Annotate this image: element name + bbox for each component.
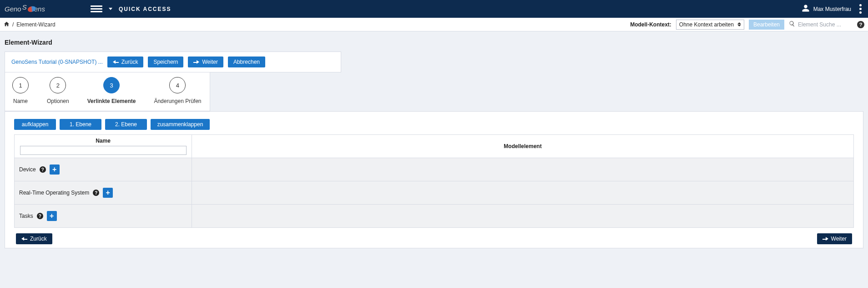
user-name: Max Musterfrau <box>813 6 851 12</box>
arrow-left-icon <box>21 236 27 242</box>
sub-toolbar: / Element-Wizard Modell-Kontext: Ohne Ko… <box>0 18 868 31</box>
linked-elements-panel: aufklappen 1. Ebene 2. Ebene zusammenkla… <box>5 111 863 248</box>
edit-button[interactable]: Bearbeiten <box>749 20 784 30</box>
footer-back-button[interactable]: Zurück <box>16 233 52 244</box>
help-badge-icon[interactable]: ? <box>37 213 43 219</box>
user-icon <box>802 4 810 14</box>
breadcrumb-current: Element-Wizard <box>16 21 55 28</box>
step-label: Änderungen Prüfen <box>154 98 201 104</box>
page-title: Element-Wizard <box>5 39 863 46</box>
quick-access-label[interactable]: QUICK ACCESS <box>119 6 172 12</box>
navbar-left: GenoSens QUICK ACCESS <box>5 3 171 15</box>
tutorial-crumb[interactable]: GenoSens Tutorial (0-SNAPSHOT) ... <box>11 59 103 65</box>
collapse-all-button[interactable]: zusammenklappen <box>151 119 210 130</box>
help-badge-icon[interactable]: ? <box>93 190 99 196</box>
top-navbar: GenoSens QUICK ACCESS Max Musterfrau <box>0 0 868 18</box>
wizard-steps: 1 Name 2 Optionen 3 Verlinkte Elemente 4… <box>5 72 210 111</box>
chevron-down-icon[interactable] <box>109 8 112 10</box>
level2-button[interactable]: 2. Ebene <box>105 119 147 130</box>
row-label: Device <box>19 166 36 173</box>
next-button[interactable]: Weiter <box>188 57 223 67</box>
footer-next-button[interactable]: Weiter <box>817 233 852 244</box>
panel-footer: Zurück Weiter <box>14 228 854 244</box>
arrow-right-icon <box>823 236 828 242</box>
context-selected: Ohne Kontext arbeiten <box>679 21 734 28</box>
cancel-button[interactable]: Abbrechen <box>228 57 265 67</box>
app-logo: GenoSens <box>5 5 45 13</box>
arrow-right-icon <box>193 59 199 65</box>
help-badge-icon[interactable]: ? <box>40 166 46 173</box>
row-model-cell <box>192 158 854 181</box>
table-row: Tasks ? + <box>15 205 854 228</box>
step-label: Verlinkte Elemente <box>87 98 136 104</box>
back-button[interactable]: Zurück <box>107 57 144 67</box>
step-circle: 2 <box>50 77 66 93</box>
expand-all-button[interactable]: aufklappen <box>14 119 56 130</box>
step-2[interactable]: 2 Optionen <box>47 77 69 104</box>
home-icon[interactable] <box>4 21 10 28</box>
subbar-right: Modell-Kontext: Ohne Kontext arbeiten Be… <box>630 20 864 30</box>
row-model-cell <box>192 181 854 205</box>
add-link-button[interactable]: + <box>47 211 57 221</box>
breadcrumb-sep: / <box>12 21 14 28</box>
step-1[interactable]: 1 Name <box>12 77 29 104</box>
save-button[interactable]: Speichern <box>148 57 183 67</box>
name-filter-input[interactable] <box>20 146 187 155</box>
page-body: Element-Wizard GenoSens Tutorial (0-SNAP… <box>0 31 868 253</box>
col-header-name: Name <box>15 135 192 158</box>
tree-controls: aufklappen 1. Ebene 2. Ebene zusammenkla… <box>14 119 854 130</box>
search-box <box>789 21 853 28</box>
context-select[interactable]: Ohne Kontext arbeiten <box>676 20 744 30</box>
step-circle: 1 <box>12 77 29 93</box>
navbar-right: Max Musterfrau <box>802 2 863 15</box>
col-header-model: Modellelement <box>192 135 854 158</box>
step-3[interactable]: 3 Verlinkte Elemente <box>87 77 136 104</box>
arrow-left-icon <box>113 59 119 65</box>
linked-elements-table: Name Modellelement Device ? + <box>14 134 854 228</box>
menu-icon[interactable] <box>91 3 102 15</box>
context-label: Modell-Kontext: <box>630 21 671 28</box>
kebab-menu-icon[interactable] <box>858 2 863 15</box>
wizard-action-card: GenoSens Tutorial (0-SNAPSHOT) ... Zurüc… <box>5 51 341 72</box>
step-label: Optionen <box>47 98 69 104</box>
level1-button[interactable]: 1. Ebene <box>60 119 101 130</box>
add-link-button[interactable]: + <box>103 188 113 198</box>
step-circle: 3 <box>103 77 120 93</box>
search-input[interactable] <box>798 21 853 28</box>
table-row: Device ? + <box>15 158 854 181</box>
step-4[interactable]: 4 Änderungen Prüfen <box>154 77 201 104</box>
user-menu[interactable]: Max Musterfrau <box>802 4 851 14</box>
search-icon[interactable] <box>789 21 795 28</box>
step-label: Name <box>13 98 28 104</box>
table-row: Real-Time Operating System ? + <box>15 181 854 205</box>
step-circle: 4 <box>169 77 186 93</box>
breadcrumb: / Element-Wizard <box>4 21 56 28</box>
add-link-button[interactable]: + <box>50 165 60 175</box>
row-label: Tasks <box>19 213 33 219</box>
row-label: Real-Time Operating System <box>19 190 89 196</box>
select-caret-icon <box>737 22 741 26</box>
row-model-cell <box>192 205 854 228</box>
help-icon[interactable]: ? <box>857 21 864 28</box>
